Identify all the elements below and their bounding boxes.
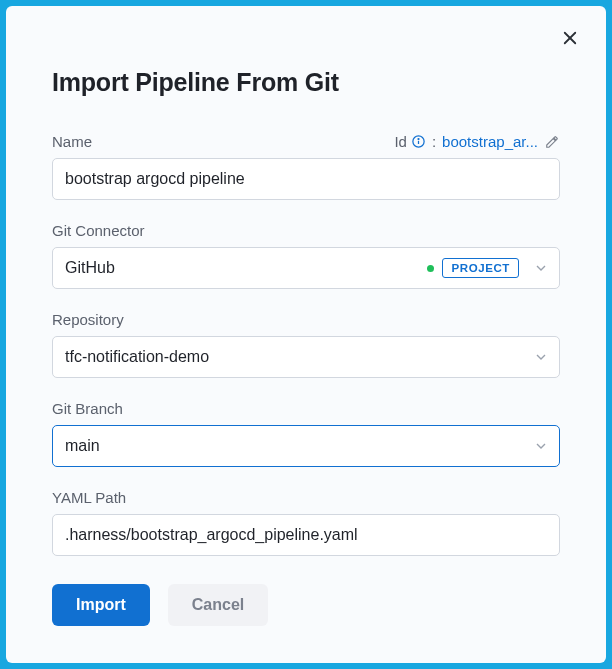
import-button[interactable]: Import [52,584,150,626]
connector-label: Git Connector [52,222,145,239]
repository-label: Repository [52,311,124,328]
name-label: Name [52,133,92,150]
chevron-down-icon [533,438,549,454]
id-cluster: Id : bootstrap_ar... [394,133,560,150]
close-icon [561,29,579,51]
name-input[interactable] [52,158,560,200]
branch-select[interactable]: main [52,425,560,467]
info-icon[interactable] [411,134,426,149]
connector-value: GitHub [65,259,427,277]
close-button[interactable] [558,28,582,52]
repository-value: tfc-notification-demo [65,348,523,366]
status-dot-icon [427,265,434,272]
field-branch: Git Branch main [52,400,560,467]
yaml-path-input[interactable] [52,514,560,556]
field-yaml-path: YAML Path [52,489,560,556]
modal-title: Import Pipeline From Git [52,68,560,97]
field-repository: Repository tfc-notification-demo [52,311,560,378]
repository-select[interactable]: tfc-notification-demo [52,336,560,378]
branch-label: Git Branch [52,400,123,417]
id-label: Id [394,133,407,150]
connector-meta: PROJECT [427,258,519,278]
field-name: Name Id : bootstrap_ar... [52,133,560,200]
button-row: Import Cancel [52,584,560,626]
yaml-path-label: YAML Path [52,489,126,506]
id-value[interactable]: bootstrap_ar... [442,133,538,150]
edit-id-button[interactable] [544,134,560,150]
field-connector: Git Connector GitHub PROJECT [52,222,560,289]
import-pipeline-modal: Import Pipeline From Git Name Id : boots… [6,6,606,663]
connector-select[interactable]: GitHub PROJECT [52,247,560,289]
cancel-button[interactable]: Cancel [168,584,268,626]
chevron-down-icon [533,349,549,365]
id-colon: : [432,133,436,150]
svg-point-4 [418,139,419,140]
branch-value: main [65,437,523,455]
scope-badge: PROJECT [442,258,519,278]
chevron-down-icon [533,260,549,276]
